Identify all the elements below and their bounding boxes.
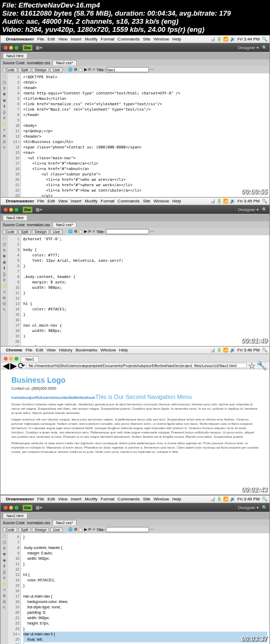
code-side-icons[interactable]: ⬚◫tt✱◉⬇{}#⚡≡⊕⊟✎ [1,73,8,200]
split-btn[interactable]: Split [18,67,31,72]
source-normalize[interactable]: normalize.css [27,61,50,65]
designer-dropdown[interactable]: Designer ▾ [238,45,259,50]
menu-view[interactable]: View [58,37,68,42]
code-content[interactable]: <!DOCTYPE html> <html> <head> <meta http… [21,73,269,200]
source-code-label: Source Code [3,61,25,65]
mac-menubar-2: Dreamweaver File Edit View Insert Modify… [1,198,269,205]
code-content-4[interactable]: } .body-content, header { margin: 0 auto… [21,533,269,644]
menubar-right: 📊 🔋 📶 🔊 Fri 3:44 PM 🔍 [210,37,267,42]
menu-insert[interactable]: Insert [71,37,82,42]
line-numbers: 12345678910111213 ▪14151617181920212223 [8,73,21,200]
reload-icon[interactable]: ⟳ [18,361,25,371]
nav-links[interactable]: homeaboutportfolioservicescontacttwitter… [11,396,95,399]
menu-edit[interactable]: Edit [48,37,55,42]
size-info: Size: 61612080 bytes (58.76 MiB), durati… [2,9,231,17]
menu-modify[interactable]: Modify [85,37,98,42]
wrench-icon[interactable]: 🔧 [256,361,267,371]
doc-tabs: Nav2.html [1,52,269,59]
menu-format[interactable]: Format [101,37,114,42]
timestamp-1: 00:00:55 [241,188,267,195]
menu-help[interactable]: Help [172,37,181,42]
lorem-1: Donec tincidunt molestie metus eget vehi… [11,402,259,415]
source-nav2css[interactable]: Nav2.css* [52,60,77,65]
timestamp-4: 00:03:37 [241,635,267,642]
traffic-lights[interactable] [3,45,19,51]
page-h1: Business Logo [11,376,259,384]
audio-info: Audio: aac, 48000 Hz, 2 channels, s16, 2… [2,17,179,25]
code-toolbar: Code Split Design Live 🌐 ⚙ 📋 ▶ ⟳ ✓ Title… [1,66,269,73]
mac-menubar: Dreamweaver File Edit View Insert Modify… [1,36,269,43]
video-info: Video: h264, yuv420p, 1280x720, 1559 kb/… [2,25,205,33]
lorem-2: Integer euismod, elit non lobortis congu… [11,417,259,439]
forward-icon[interactable]: ▶ [10,361,17,371]
code-editor-2[interactable]: ⬚◫tt✱◉⬇{}#⚡≡⊕⊟✎ 123456789101112131415161… [1,235,269,351]
highlighted-code: nav ul.main-nav li { float: left; [23,632,267,642]
design-btn[interactable]: Design [32,67,49,72]
page-content: Business Logo Contact us: (800)000-0000 … [1,369,269,463]
menu-window[interactable]: Window [154,37,169,42]
title-label: Title: [97,68,105,72]
star-icon[interactable]: ☆ [248,361,255,371]
app-name: Dreamweaver [6,37,34,42]
source-bar: Source Code normalize.css Nav2.css* [1,59,269,66]
code-editor-4[interactable]: ⬚◫tt✱◉⬇{}#⚡≡⊕⊟✎ 678910111213141516171819… [1,533,269,644]
chrome-app: Chrome [6,348,22,352]
timestamp-2: 00:01:49 [241,337,267,344]
nav2-heading: This is Our Second Navigation Menu [95,394,192,400]
code-content-2[interactable]: @charset 'UTF-8'; body { color: #777; fo… [21,235,269,351]
url-input[interactable] [26,363,247,368]
lorem-3: Pellentesque vehicula mi vitae lorem mat… [11,441,259,454]
file-info: File: EffectiveNavDev-16.mp4 [2,1,100,9]
code-btn[interactable]: Code [3,67,17,72]
menu-commands[interactable]: Commands [118,37,140,42]
mac-menubar-chrome: Chrome File Edit View History Bookmarks … [1,347,269,354]
dw-logo-icon: Dw [23,45,32,51]
dw-toolbar: Dw ▦▾ Designer ▾ 🔍 [1,43,269,52]
back-icon[interactable]: ◀ [3,361,9,371]
code-editor[interactable]: ⬚◫tt✱◉⬇{}#⚡≡⊕⊟✎ 12345678910111213 ▪14151… [1,73,269,200]
timestamp-3: 00:02:43 [241,486,267,493]
live-btn[interactable]: Live [50,67,63,72]
title-input[interactable] [106,67,149,72]
contact-text: Contact us: (800)000-0000 [11,387,259,390]
tab-nav2-html[interactable]: Nav2.html [3,53,28,58]
menu-site[interactable]: Site [143,37,151,42]
menu-file[interactable]: File [37,37,44,42]
